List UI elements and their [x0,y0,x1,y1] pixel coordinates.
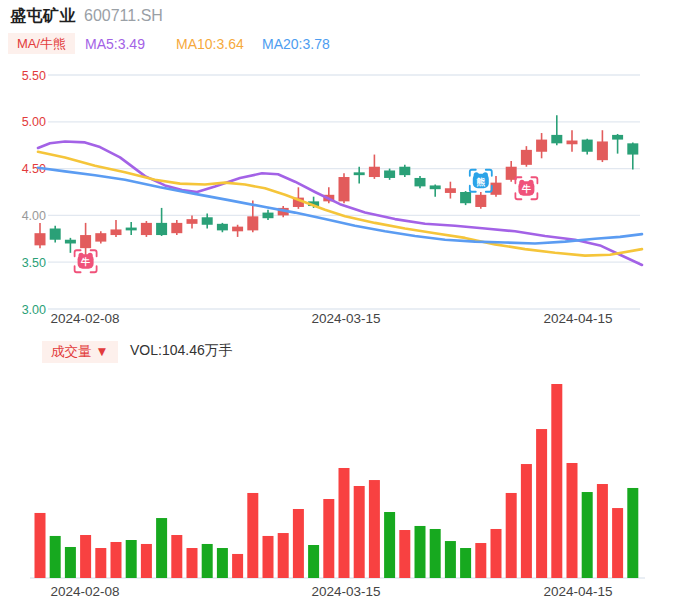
volume-bar[interactable] [278,533,289,578]
x-tick-label: 2024-03-15 [311,584,380,599]
candlestick[interactable] [35,223,46,248]
volume-bar[interactable] [171,535,182,578]
bear-marker-icon[interactable]: 熊 [470,170,492,192]
candlestick[interactable] [50,226,61,243]
ma-indicator-badge[interactable]: MA/牛熊 [8,33,75,54]
volume-bar[interactable] [597,484,608,578]
y-tick-label: 4.00 [22,209,46,223]
volume-bar[interactable] [156,518,167,578]
volume-badge[interactable]: 成交量 ▼ [42,341,118,363]
candlestick[interactable] [369,155,380,179]
candlestick[interactable] [582,139,593,155]
x-tick-label: 2024-04-15 [543,311,612,326]
candlestick[interactable] [551,115,562,145]
y-tick-label: 5.50 [22,69,46,83]
candlestick[interactable] [141,221,152,237]
candlestick[interactable] [126,222,137,235]
y-tick-label: 3.00 [22,303,46,317]
candlestick[interactable] [399,165,410,177]
volume-bar[interactable] [536,429,547,578]
candlestick[interactable] [263,210,274,220]
volume-bar[interactable] [369,480,380,578]
volume-bar[interactable] [491,529,502,578]
ma-line-ma5 [38,142,642,266]
candlestick[interactable] [460,191,471,205]
volume-bar[interactable] [232,554,243,578]
volume-bar[interactable] [247,493,258,578]
x-tick-label: 2024-02-08 [50,584,119,599]
volume-bar[interactable] [612,508,623,578]
volume-bar[interactable] [65,547,76,578]
volume-bar[interactable] [521,464,532,578]
candlestick[interactable] [612,134,623,154]
volume-bar[interactable] [111,542,122,578]
candlestick[interactable] [217,223,228,232]
volume-bar[interactable] [354,486,365,578]
volume-bar[interactable] [126,540,137,578]
volume-bar[interactable] [415,526,426,578]
x-tick-label: 2024-04-15 [543,584,612,599]
x-tick-label: 2024-02-08 [50,311,119,326]
stock-symbol: 600711.SH [84,7,163,25]
candlestick[interactable] [80,223,91,256]
candlestick[interactable] [111,220,122,237]
volume-bar[interactable] [384,512,395,578]
volume-bar[interactable] [323,499,334,578]
volume-bar[interactable] [475,543,486,578]
svg-text:牛: 牛 [521,184,531,194]
candlestick[interactable] [415,176,426,188]
svg-text:熊: 熊 [476,177,485,187]
y-tick-label: 5.00 [22,115,46,129]
candlestick[interactable] [171,220,182,235]
volume-bar-chart[interactable]: 2024-02-082024-03-152024-04-15 [0,366,686,606]
stock-name: 盛屯矿业 [10,6,76,27]
price-candlestick-chart[interactable]: 5.505.004.504.003.503.00牛熊牛2024-02-08202… [0,60,686,336]
x-tick-label: 2024-03-15 [311,311,380,326]
candlestick[interactable] [597,130,608,162]
candlestick[interactable] [187,215,198,228]
volume-bar[interactable] [339,468,350,578]
volume-bar[interactable] [308,545,319,578]
volume-bar[interactable] [141,544,152,578]
volume-bar[interactable] [80,535,91,578]
volume-bar[interactable] [293,509,304,578]
volume-bar[interactable] [263,536,274,578]
candlestick[interactable] [384,169,395,180]
volume-bar[interactable] [217,548,228,578]
candlestick[interactable] [354,167,365,184]
volume-bar[interactable] [445,541,456,578]
candlestick[interactable] [430,185,441,197]
candlestick[interactable] [475,192,486,209]
volume-header: 成交量 ▼ VOL:104.46万手 [0,340,686,364]
candlestick[interactable] [232,225,243,237]
volume-bar[interactable] [187,548,198,578]
volume-bar[interactable] [551,384,562,578]
candlestick[interactable] [567,130,578,152]
candlestick[interactable] [156,208,167,236]
volume-bar[interactable] [506,493,517,578]
svg-text:牛: 牛 [80,257,90,267]
ma5-readout: MA5:3.49 [85,34,145,54]
volume-bar[interactable] [582,492,593,578]
volume-bar[interactable] [567,463,578,578]
volume-bar[interactable] [202,544,213,578]
candlestick[interactable] [95,231,106,243]
volume-bar[interactable] [399,530,410,578]
candlestick[interactable] [627,142,638,169]
candlestick[interactable] [445,182,456,199]
stock-chart-app: 盛屯矿业 600711.SH MA/牛熊 MA5:3.49 MA10:3.64 … [0,0,686,606]
volume-bar[interactable] [35,513,46,578]
candlestick[interactable] [339,173,350,203]
volume-readout: VOL:104.46万手 [130,342,233,360]
bull-marker-icon[interactable]: 牛 [515,177,537,199]
y-tick-label: 3.50 [22,256,46,270]
volume-bar[interactable] [627,488,638,578]
ma10-readout: MA10:3.64 [176,34,244,54]
volume-bar[interactable] [50,536,61,578]
volume-bar[interactable] [460,548,471,578]
volume-bar[interactable] [95,548,106,578]
indicator-row: MA/牛熊 MA5:3.49 MA10:3.64 MA20:3.78 [0,33,686,55]
candlestick[interactable] [521,146,532,167]
volume-bar[interactable] [430,529,441,578]
candlestick[interactable] [536,133,547,158]
